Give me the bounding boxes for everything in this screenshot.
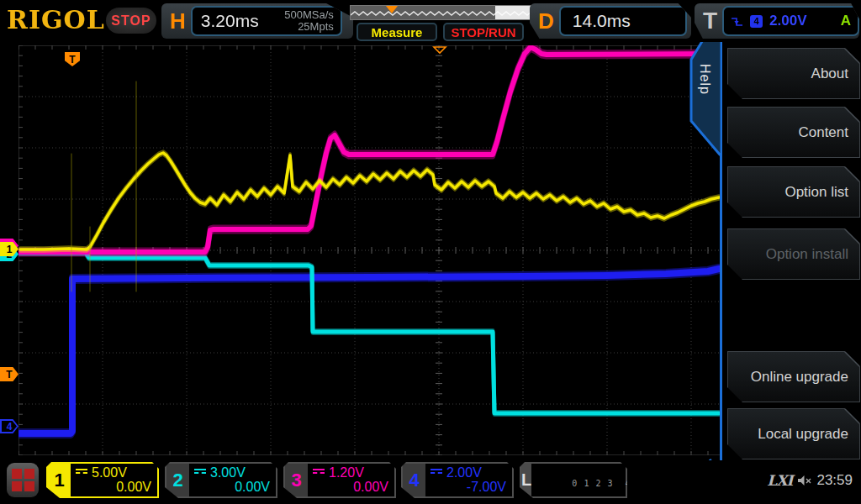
record-trigger-position-icon (386, 6, 398, 13)
button-corner-bevel (844, 167, 859, 182)
dc-coupling-icon (76, 469, 87, 476)
delay-panel[interactable]: D 14.0ms (530, 3, 691, 39)
oscilloscope-screen: { "topbar": { "logo": "RIGOL", "run_stat… (0, 0, 861, 504)
menu-button-label: Local upgrade (758, 426, 848, 443)
menu-button-option-list[interactable]: Option list (727, 166, 860, 218)
trigger-panel[interactable]: T 4 2.00V A (695, 3, 859, 39)
stop-run-button[interactable]: STOP/RUN (443, 23, 524, 41)
menu-button-online-upgrade[interactable]: Online upgrade (727, 351, 860, 402)
horizontal-panel[interactable]: H 3.20ms 500MSa/s 25Mpts (161, 3, 353, 39)
channel-1-scale-value: 5.00V (92, 465, 127, 480)
horizontal-value-box: 3.20ms 500MSa/s 25Mpts (191, 6, 342, 36)
menu-grid-dot (12, 481, 22, 491)
help-tab[interactable]: Help (689, 37, 722, 156)
sample-rate-value: 500MSa/s (284, 8, 334, 21)
dc-coupling-icon (194, 469, 206, 476)
channel-4-scale: 2.00V (430, 465, 482, 480)
trigger-label: T (703, 8, 717, 34)
menu-grid-dot (24, 469, 34, 479)
channel-3-scale: 1.20V (313, 465, 364, 480)
dc-coupling-icon (313, 469, 325, 476)
memory-depth-value: 25Mpts (298, 20, 334, 33)
menu-button-label: Content (798, 124, 848, 141)
channel-1-number: 1 (48, 464, 71, 496)
horizontal-label: H (170, 8, 186, 34)
main-menu-button[interactable] (7, 463, 39, 497)
menu-button-label: Online upgrade (751, 369, 848, 386)
channel-3-scale-value: 1.20V (329, 465, 364, 480)
ch4-position-marker[interactable]: 4 (0, 419, 18, 433)
trigger-source-badge: 4 (750, 15, 763, 28)
status-area: LXI 23:59 (767, 472, 853, 489)
help-tab-label: Help (697, 64, 712, 95)
falling-edge-icon (731, 15, 743, 28)
sound-muted-icon (797, 475, 811, 486)
channel-2-number: 2 (166, 464, 189, 496)
channel-2-box[interactable]: 2 3.00V 0.00V (165, 462, 277, 498)
menu-grid-dot (12, 469, 22, 479)
menu-button-local-upgrade[interactable]: Local upgrade (727, 408, 860, 459)
channel-3-offset: 0.00V (353, 480, 388, 495)
delay-value: 14.0ms (573, 11, 631, 31)
channel-4-values: 2.00V -7.00V (425, 464, 512, 496)
trigger-level-marker[interactable]: T (0, 367, 18, 381)
rigol-logo: RIGOL (7, 5, 105, 34)
top-bar: RIGOL STOP H 3.20ms 500MSa/s 25Mpts Meas… (0, 0, 861, 42)
trigger-level-value: 2.00V (769, 13, 834, 29)
button-corner-bevel (844, 409, 859, 424)
channel-3-values: 1.20V 0.00V (308, 464, 394, 496)
button-corner-bevel (844, 49, 859, 64)
clock: 23:59 (816, 472, 853, 489)
timebase-value: 3.20ms (201, 11, 259, 31)
display-window-indicator[interactable] (495, 6, 532, 19)
channel-4-box[interactable]: 4 2.00V -7.00V (401, 462, 514, 498)
channel-1-offset: 0.00V (116, 480, 151, 495)
trigger-value-box: 4 2.00V A (722, 6, 859, 36)
logic-row-2: 8 9 1011 12131415 (572, 501, 672, 504)
menu-button-content[interactable]: Content (727, 107, 860, 158)
button-corner-bevel (844, 229, 859, 244)
channel-3-box[interactable]: 3 1.20V 0.00V (283, 462, 396, 498)
help-menu: About Content Option list Option install… (720, 40, 861, 468)
channel-3-number: 3 (285, 464, 308, 496)
lxi-logo: LXI (767, 472, 792, 489)
menu-button-option-install: Option install (727, 228, 860, 280)
button-corner-bevel (844, 108, 859, 123)
delay-label: D (538, 8, 554, 34)
channel-2-scale-value: 3.00V (210, 465, 246, 480)
channel-4-number: 4 (403, 464, 425, 496)
dc-coupling-icon (430, 469, 442, 476)
measure-button[interactable]: Measure (357, 23, 437, 41)
button-corner-bevel (844, 352, 859, 367)
run-state-badge: STOP (106, 8, 156, 34)
logic-label: L (521, 464, 531, 496)
channel-1-scale: 5.00V (76, 465, 127, 480)
sample-rate: 500MSa/s 25Mpts (284, 9, 334, 33)
logic-channel-numbers: 0 1 2 3 4 5 6 7 8 9 1011 12131415 (531, 464, 672, 496)
horizontal-center-marker (432, 46, 447, 55)
channel-2-values: 3.00V 0.00V (189, 464, 276, 496)
delay-value-box: 14.0ms (559, 6, 687, 36)
logic-row-1: 0 1 2 3 4 5 6 7 (572, 479, 666, 488)
channel-4-scale-value: 2.00V (446, 465, 482, 480)
menu-button-label: Option install (766, 246, 848, 263)
channel-4-offset: -7.00V (467, 480, 506, 495)
menu-button-label: About (811, 66, 848, 82)
ch4-position-marker-label: 4 (2, 421, 17, 432)
bottom-bar: 1 5.00V 0.00V 2 3.00V 0.00V 3 1.20V 0.00… (0, 460, 861, 504)
logic-channels-box[interactable]: L 0 1 2 3 4 5 6 7 8 9 1011 12131415 (520, 462, 627, 498)
help-tab-shape (689, 37, 722, 156)
channel-2-offset: 0.00V (235, 480, 270, 495)
channel-2-scale: 3.00V (194, 465, 246, 480)
menu-grid-dot (24, 481, 34, 491)
trigger-mode-auto: A (841, 13, 851, 29)
channel-1-box[interactable]: 1 5.00V 0.00V (46, 462, 159, 498)
channel-1-values: 5.00V 0.00V (71, 464, 157, 496)
menu-button-about[interactable]: About (727, 48, 860, 99)
menu-button-label: Option list (784, 184, 848, 201)
